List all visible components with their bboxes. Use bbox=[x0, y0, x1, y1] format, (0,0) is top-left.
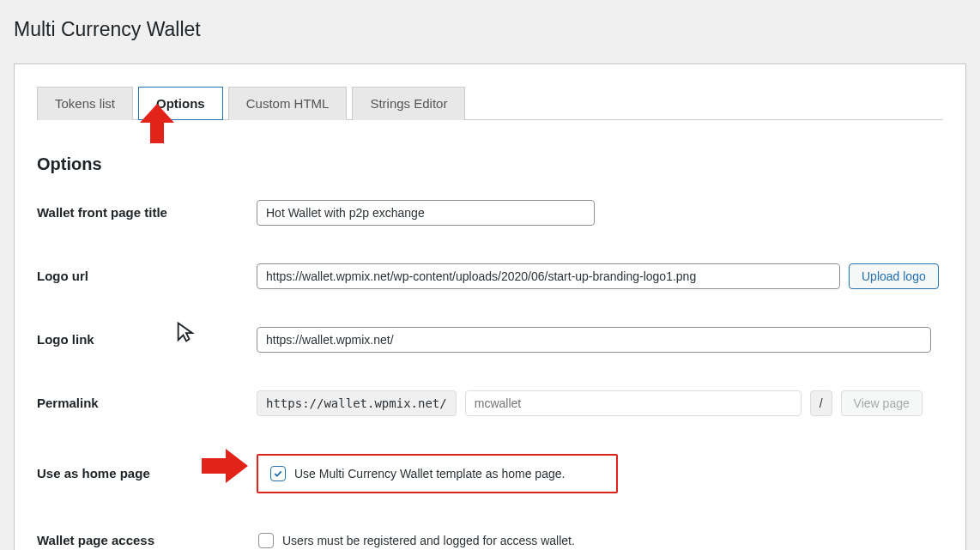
upload-logo-button[interactable]: Upload logo bbox=[849, 263, 939, 289]
permalink-prefix: https://wallet.wpmix.net/ bbox=[257, 390, 457, 416]
checkbox-homepage-label: Use Multi Currency Wallet template as ho… bbox=[294, 467, 565, 480]
input-logo-url[interactable] bbox=[257, 263, 840, 289]
checkbox-homepage-wrap[interactable]: Use Multi Currency Wallet template as ho… bbox=[257, 454, 618, 493]
annotation-arrow-tab bbox=[140, 104, 174, 143]
checkbox-access[interactable] bbox=[258, 533, 274, 548]
input-permalink-slug[interactable] bbox=[465, 390, 802, 416]
view-page-button[interactable]: View page bbox=[841, 390, 923, 416]
tab-custom-html[interactable]: Custom HTML bbox=[228, 87, 348, 120]
label-access: Wallet page access bbox=[37, 533, 257, 547]
cursor-icon bbox=[174, 320, 198, 344]
input-logo-link[interactable] bbox=[257, 327, 931, 353]
tab-strings-editor[interactable]: Strings Editor bbox=[352, 87, 465, 120]
tab-tokens-list[interactable]: Tokens list bbox=[37, 87, 133, 120]
row-permalink: Permalink https://wallet.wpmix.net/ / Vi… bbox=[37, 390, 943, 416]
settings-panel: Tokens list Options Custom HTML Strings … bbox=[14, 63, 966, 550]
permalink-slash: / bbox=[810, 390, 832, 416]
row-front-title: Wallet front page title bbox=[37, 200, 943, 226]
row-access: Wallet page access Users must be registe… bbox=[37, 531, 943, 550]
checkbox-access-wrap[interactable]: Users must be registered and logged for … bbox=[257, 531, 577, 550]
row-logo-link: Logo link bbox=[37, 327, 943, 353]
page-title: Multi Currency Wallet bbox=[0, 13, 980, 50]
checkbox-homepage[interactable] bbox=[270, 466, 286, 481]
row-logo-url: Logo url Upload logo bbox=[37, 263, 943, 289]
label-permalink: Permalink bbox=[37, 396, 257, 410]
annotation-arrow-homepage bbox=[202, 449, 248, 483]
checkbox-access-label: Users must be registered and logged for … bbox=[282, 534, 575, 547]
section-title-options: Options bbox=[37, 154, 943, 174]
label-front-title: Wallet front page title bbox=[37, 205, 257, 220]
label-logo-url: Logo url bbox=[37, 269, 257, 283]
label-logo-link: Logo link bbox=[37, 332, 257, 347]
row-homepage: Use as home page Use Multi Currency Wall… bbox=[37, 454, 943, 493]
input-front-title[interactable] bbox=[257, 200, 595, 226]
